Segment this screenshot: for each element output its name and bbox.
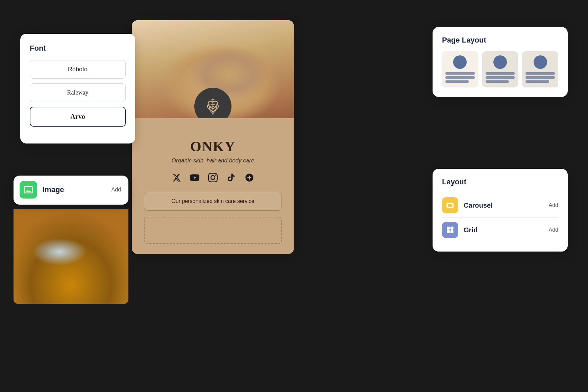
preview-lines-3 — [525, 72, 555, 83]
brand-tagline: Organic skin, hair and body care — [144, 157, 282, 164]
image-card: Image Add — [14, 176, 128, 205]
svg-rect-5 — [448, 204, 452, 207]
carousel-icon-bg — [442, 197, 458, 213]
preview-lines-2 — [486, 72, 515, 83]
add-social-icon[interactable] — [243, 172, 255, 184]
preview-line-short — [525, 80, 549, 83]
layout-card: Layout Carousel Add G — [433, 169, 568, 252]
face-overlay — [14, 209, 128, 304]
preview-lines-1 — [445, 72, 475, 83]
font-option-arvo[interactable]: Arvo — [30, 107, 126, 127]
svg-rect-10 — [450, 227, 454, 230]
page-layout-title: Page Layout — [442, 36, 558, 45]
youtube-icon[interactable] — [189, 172, 201, 184]
layout-card-title: Layout — [442, 178, 558, 186]
image-icon-bg — [20, 181, 37, 199]
carousel-add-button[interactable]: Add — [549, 202, 558, 208]
font-card-title: Font — [30, 44, 126, 53]
service-text-box: Our personalized skin care service — [144, 192, 282, 211]
preview-circle-2 — [493, 55, 507, 69]
font-card: Font Roboto Raleway Arvo — [20, 34, 135, 143]
font-option-roboto[interactable]: Roboto — [30, 60, 126, 79]
preview-line-short — [445, 80, 469, 83]
layout-preview-3[interactable] — [522, 51, 558, 87]
preview-line — [445, 72, 475, 75]
instagram-icon[interactable] — [207, 172, 219, 184]
photo-panel — [14, 209, 128, 304]
website-body: ONKY Organic skin, hair and body care — [132, 118, 294, 254]
layout-preview-2[interactable] — [482, 51, 518, 87]
carousel-icon — [446, 201, 455, 210]
layout-preview-1[interactable] — [442, 51, 478, 87]
photo-bg — [14, 209, 128, 304]
website-card: ONKY Organic skin, hair and body care — [132, 20, 294, 254]
svg-point-6 — [450, 208, 450, 209]
grid-icon-bg — [442, 222, 458, 238]
grid-icon — [446, 226, 455, 234]
grid-label: Grid — [464, 226, 543, 234]
preview-line — [525, 76, 555, 79]
image-icon — [24, 185, 33, 194]
preview-circle-1 — [453, 55, 467, 69]
content-placeholder-area — [144, 217, 282, 244]
website-hero — [132, 20, 294, 118]
preview-line — [525, 72, 555, 75]
svg-rect-12 — [450, 230, 454, 233]
preview-line — [486, 72, 515, 75]
layout-previews-row — [442, 51, 558, 87]
tiktok-icon[interactable] — [225, 172, 237, 184]
grid-layout-item: Grid Add — [442, 217, 558, 242]
twitter-x-icon[interactable] — [170, 172, 182, 184]
carousel-layout-item: Carousel Add — [442, 193, 558, 217]
page-layout-card: Page Layout — [433, 27, 568, 97]
svg-rect-11 — [447, 230, 450, 233]
preview-line — [445, 76, 475, 79]
brand-name: ONKY — [144, 138, 282, 155]
preview-line — [486, 76, 515, 79]
image-add-button[interactable]: Add — [112, 187, 121, 193]
svg-point-8 — [451, 208, 451, 209]
carousel-label: Carousel — [464, 202, 543, 209]
svg-point-7 — [449, 208, 449, 209]
font-option-raleway[interactable]: Raleway — [30, 83, 126, 102]
social-icons-row — [144, 172, 282, 184]
brand-logo-icon — [202, 96, 224, 117]
preview-circle-3 — [534, 55, 547, 69]
svg-rect-9 — [447, 227, 450, 230]
grid-add-button[interactable]: Add — [549, 227, 558, 233]
preview-line-short — [486, 80, 509, 83]
image-label: Image — [43, 185, 106, 194]
